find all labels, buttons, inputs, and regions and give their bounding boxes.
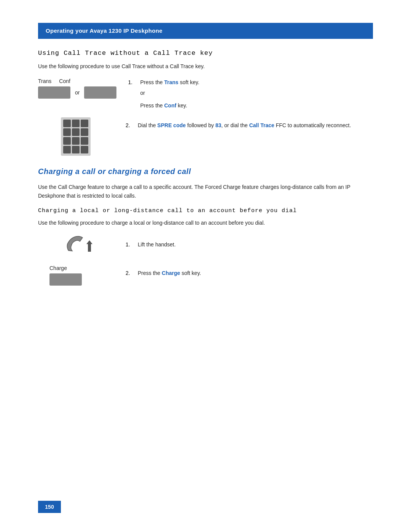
handset-icon — [63, 235, 101, 257]
svg-marker-0 — [86, 240, 92, 252]
step-1-suffix: soft key. — [178, 79, 199, 85]
handset-visual — [38, 235, 114, 257]
step-1b-text: Press the Conf key. — [140, 101, 187, 110]
trans-conf-visual: Trans Conf or — [38, 78, 116, 99]
step-2-press-charge: 2. Press the Charge soft key. — [126, 269, 373, 277]
subsection-body-charging-local: Use the following procedure to charge a … — [38, 219, 373, 227]
section-title-call-trace: Using Call Trace without a Call Trace ke… — [38, 50, 373, 57]
section-body-charging: Use the Call Charge feature to charge a … — [38, 183, 373, 200]
step-2-text: Dial the SPRE code followed by 83, or di… — [138, 121, 351, 129]
step-2-spread: 2. Dial the SPRE code followed by 83, or… — [126, 121, 373, 129]
charge-label: Charge — [49, 265, 67, 271]
page-container: Operating your Avaya 1230 IP Deskphone U… — [0, 0, 411, 532]
header-bar-text: Operating your Avaya 1230 IP Deskphone — [46, 27, 162, 34]
conf-key-button[interactable] — [84, 86, 116, 99]
step-1-lift-handset: 1. Lift the handset. — [126, 240, 373, 249]
step-block-keypad: 2. Dial the SPRE code followed by 83, or… — [38, 117, 373, 156]
charge-soft-key-link: Charge — [162, 270, 180, 276]
step2-charge-instruction: 2. Press the Charge soft key. — [126, 265, 373, 277]
key-1 — [63, 120, 71, 127]
section-heading-charging: Charging a call or charging a forced cal… — [38, 167, 373, 176]
key-2 — [72, 120, 80, 127]
trans-conf-instructions: 1. Press the Trans soft key. or Press th… — [128, 78, 373, 110]
key-3 — [81, 120, 88, 127]
step-1-text: Press the Trans soft key. — [140, 78, 199, 86]
key-5 — [72, 128, 80, 136]
section-call-trace: Using Call Trace without a Call Trace ke… — [38, 50, 373, 156]
step-1-num: 1. — [128, 78, 136, 86]
step-1b-conf: Press the Conf key. — [128, 101, 373, 110]
step-2-charge-num: 2. — [126, 269, 134, 277]
or-between-steps: or — [140, 90, 373, 96]
trans-label: Trans — [38, 78, 51, 84]
key-pound — [81, 146, 88, 153]
keypad-visual — [38, 117, 114, 156]
step-block-trans-conf: Trans Conf or 1. Press the Trans soft ke… — [38, 78, 373, 110]
step2-instruction: 2. Dial the SPRE code followed by 83, or… — [126, 117, 373, 129]
conf-link: Conf — [164, 102, 176, 109]
step-1b-suffix: key. — [176, 102, 187, 109]
page-number: 150 — [38, 501, 61, 513]
keys-row: or — [38, 86, 116, 99]
spre-code-link: SPRE code — [157, 122, 186, 128]
call-trace-link: Call Trace — [249, 122, 274, 128]
header-bar: Operating your Avaya 1230 IP Deskphone — [38, 23, 373, 39]
key-7 — [63, 137, 71, 145]
section-charging: Charging a call or charging a forced cal… — [38, 167, 373, 286]
key-4 — [63, 128, 71, 136]
step-1-lift-num: 1. — [126, 240, 134, 249]
key-9 — [81, 137, 88, 145]
step-2-charge-suffix: soft key. — [180, 270, 201, 276]
step-1-lift-text: Lift the handset. — [138, 240, 176, 249]
subsection-title-charging-local: Charging a local or long-distance call t… — [38, 208, 373, 214]
trans-key-button[interactable] — [38, 86, 70, 99]
key-8 — [72, 137, 80, 145]
step-1b-spacer — [128, 101, 136, 110]
step-block-charge: Charge 2. Press the Charge soft key. — [38, 265, 373, 286]
key-star — [63, 146, 71, 153]
step-2-charge-text: Press the Charge soft key. — [138, 269, 201, 277]
step-block-handset: 1. Lift the handset. — [38, 235, 373, 257]
or-label-between-keys: or — [75, 89, 80, 96]
key-6 — [81, 128, 88, 136]
key-0 — [72, 146, 80, 153]
keypad-grid — [61, 117, 91, 156]
section-body-call-trace: Use the following procedure to use Call … — [38, 62, 373, 70]
conf-label: Conf — [59, 78, 70, 84]
key-labels-row: Trans Conf — [38, 78, 70, 84]
83-link: 83 — [215, 122, 221, 128]
charge-key-button[interactable] — [49, 273, 82, 286]
trans-link: Trans — [164, 79, 178, 85]
step-2-num: 2. — [126, 121, 134, 129]
charge-key-visual: Charge — [38, 265, 114, 286]
step1-handset-instruction: 1. Lift the handset. — [126, 235, 373, 249]
step-1-trans: 1. Press the Trans soft key. — [128, 78, 373, 86]
